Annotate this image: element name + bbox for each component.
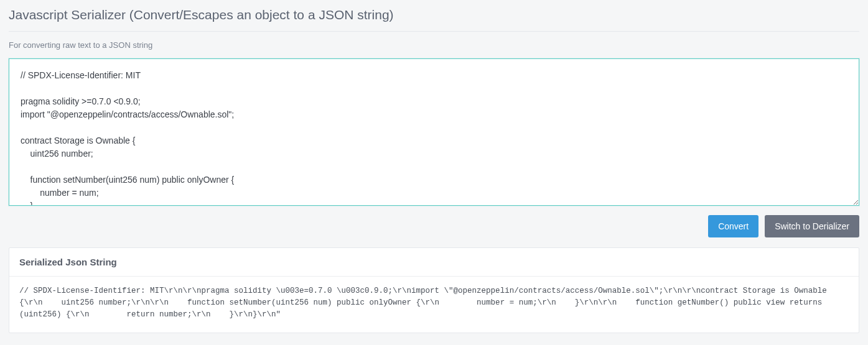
convert-button[interactable]: Convert <box>708 215 758 237</box>
button-row: Convert Switch to Derializer <box>9 208 859 247</box>
output-content: // SPDX-License-Identifier: MIT\r\n\r\np… <box>9 277 859 333</box>
output-card: Serialized Json String // SPDX-License-I… <box>9 247 859 333</box>
output-heading: Serialized Json String <box>9 248 859 277</box>
raw-text-input[interactable] <box>9 58 859 206</box>
page-title: Javascript Serializer (Convert/Escapes a… <box>9 0 859 32</box>
switch-to-derializer-button[interactable]: Switch to Derializer <box>765 215 859 237</box>
subtitle-text: For converting raw text to a JSON string <box>9 40 859 50</box>
